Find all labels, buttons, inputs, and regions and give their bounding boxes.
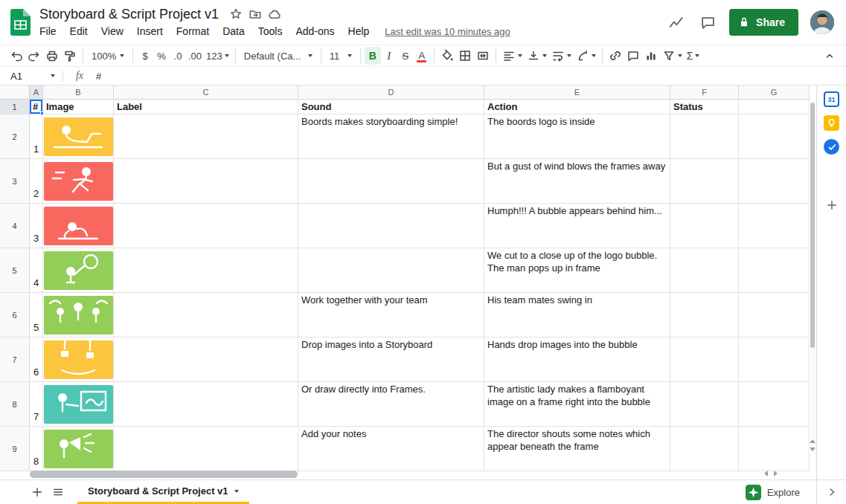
horizontal-align-button[interactable] xyxy=(500,47,525,65)
insert-link-button[interactable] xyxy=(606,47,624,65)
cell-D8[interactable]: Or draw directly into Frames. xyxy=(298,382,484,427)
keep-icon[interactable] xyxy=(824,115,839,131)
menu-help[interactable]: Help xyxy=(342,25,376,37)
cell-E4[interactable]: Humph!!! A bubble appears behind him... xyxy=(484,204,670,248)
cell-G9[interactable] xyxy=(739,427,810,471)
menu-edit[interactable]: Edit xyxy=(63,25,94,37)
cell-C8[interactable] xyxy=(114,382,298,427)
cell-E5[interactable]: We cut to a close up of the logo bubble.… xyxy=(484,248,670,293)
menu-view[interactable]: View xyxy=(94,25,130,37)
paint-format-button[interactable] xyxy=(61,47,79,65)
calendar-icon[interactable]: 31 xyxy=(824,91,839,107)
text-wrap-button[interactable] xyxy=(549,47,574,65)
row-header-8[interactable]: 8 xyxy=(0,382,30,427)
cell-B4[interactable] xyxy=(43,204,114,248)
cell-C2[interactable] xyxy=(114,114,298,159)
horizontal-scroll-arrows[interactable] xyxy=(764,471,778,476)
scroll-left-icon[interactable] xyxy=(764,471,768,476)
horizontal-scrollbar-thumb[interactable] xyxy=(30,471,298,478)
cell-C6[interactable] xyxy=(114,293,298,337)
menu-insert[interactable]: Insert xyxy=(130,25,170,37)
menu-file[interactable]: File xyxy=(39,25,63,37)
row-header-4[interactable]: 4 xyxy=(0,204,30,248)
text-color-button[interactable]: A xyxy=(414,47,430,65)
cell-F2[interactable] xyxy=(670,114,739,159)
cell-E9[interactable]: The director shouts some notes which app… xyxy=(484,427,670,471)
cell-E7[interactable]: Hands drop images into the bubble xyxy=(484,337,670,382)
cell-A7[interactable]: 6 xyxy=(30,337,43,382)
column-header-E[interactable]: E xyxy=(484,85,670,100)
cell-F1[interactable]: Status xyxy=(670,100,739,114)
cell-E1[interactable]: Action xyxy=(484,100,670,114)
scroll-right-icon[interactable] xyxy=(774,471,778,476)
sheet-tab[interactable]: Storyboard & Script Project v1 xyxy=(77,480,249,504)
cell-F5[interactable] xyxy=(670,248,739,293)
explore-button[interactable]: Explore xyxy=(740,482,806,503)
insights-chart-icon[interactable] xyxy=(667,14,686,30)
cell-D4[interactable] xyxy=(298,204,484,248)
cell-G2[interactable] xyxy=(739,114,810,159)
cell-D6[interactable]: Work together with your team xyxy=(298,293,484,337)
cell-F6[interactable] xyxy=(670,293,739,337)
menu-addons[interactable]: Add-ons xyxy=(289,25,341,37)
fill-color-button[interactable] xyxy=(438,47,456,65)
select-all-corner[interactable] xyxy=(0,85,30,100)
cell-B1[interactable]: Image xyxy=(43,100,114,114)
tasks-icon[interactable] xyxy=(824,139,839,155)
column-header-G[interactable]: G xyxy=(739,85,810,100)
print-button[interactable] xyxy=(43,47,61,65)
all-sheets-button[interactable] xyxy=(48,482,68,503)
scroll-down-icon[interactable] xyxy=(810,448,815,451)
cell-B6[interactable] xyxy=(43,293,114,337)
cell-F7[interactable] xyxy=(670,337,739,382)
cell-F9[interactable] xyxy=(670,427,739,471)
merge-cells-button[interactable] xyxy=(474,47,492,65)
insert-chart-button[interactable] xyxy=(642,47,660,65)
collapse-toolbar-button[interactable] xyxy=(821,47,839,65)
format-currency-button[interactable]: $ xyxy=(137,47,153,65)
cell-A8[interactable]: 7 xyxy=(30,382,43,427)
row-header-9[interactable]: 9 xyxy=(0,427,30,471)
last-edit-link[interactable]: Last edit was 10 minutes ago xyxy=(385,26,510,37)
strikethrough-button[interactable]: S xyxy=(397,47,414,65)
cell-A5[interactable]: 4 xyxy=(30,248,43,293)
add-addon-button[interactable] xyxy=(824,197,839,213)
cell-D2[interactable]: Boords makes storyboarding simple! xyxy=(298,114,484,159)
cell-C4[interactable] xyxy=(114,204,298,248)
collapse-side-panel-chevron[interactable] xyxy=(817,479,846,504)
borders-button[interactable] xyxy=(456,47,474,65)
zoom-select[interactable]: 100% xyxy=(87,47,129,65)
menu-data[interactable]: Data xyxy=(216,25,251,37)
cell-A3[interactable]: 2 xyxy=(30,159,43,204)
font-select[interactable]: Default (Ca... xyxy=(240,47,317,65)
column-header-F[interactable]: F xyxy=(670,85,739,100)
scroll-up-icon[interactable] xyxy=(810,439,815,443)
cell-G1[interactable] xyxy=(739,100,810,114)
vertical-scrollbar-thumb[interactable] xyxy=(810,103,815,348)
cell-F4[interactable] xyxy=(670,204,739,248)
cell-B5[interactable] xyxy=(43,248,114,293)
bold-button[interactable]: B xyxy=(365,47,381,65)
cell-A2[interactable]: 1 xyxy=(30,114,43,159)
cell-B7[interactable] xyxy=(43,337,114,382)
undo-button[interactable] xyxy=(7,47,25,65)
cell-B3[interactable] xyxy=(43,159,114,204)
cell-D1[interactable]: Sound xyxy=(298,100,484,114)
column-header-A[interactable]: A xyxy=(30,85,43,100)
cell-G3[interactable] xyxy=(739,159,810,204)
doc-status-cloud-icon[interactable] xyxy=(265,6,284,22)
share-button[interactable]: Share xyxy=(729,9,798,36)
cell-E8[interactable]: The artistic lady makes a flamboyant ima… xyxy=(484,382,670,427)
column-header-D[interactable]: D xyxy=(298,85,484,100)
cell-G4[interactable] xyxy=(739,204,810,248)
cell-A4[interactable]: 3 xyxy=(30,204,43,248)
column-header-C[interactable]: C xyxy=(114,85,298,100)
cell-A1[interactable]: # xyxy=(30,100,43,114)
menu-tools[interactable]: Tools xyxy=(251,25,289,37)
move-folder-icon[interactable] xyxy=(246,6,265,22)
cell-G6[interactable] xyxy=(739,293,810,337)
filter-button[interactable] xyxy=(660,47,685,65)
cell-D7[interactable]: Drop images into a Storyboard xyxy=(298,337,484,382)
increase-decimal-button[interactable]: .00 xyxy=(186,47,204,65)
star-icon[interactable] xyxy=(226,6,246,22)
